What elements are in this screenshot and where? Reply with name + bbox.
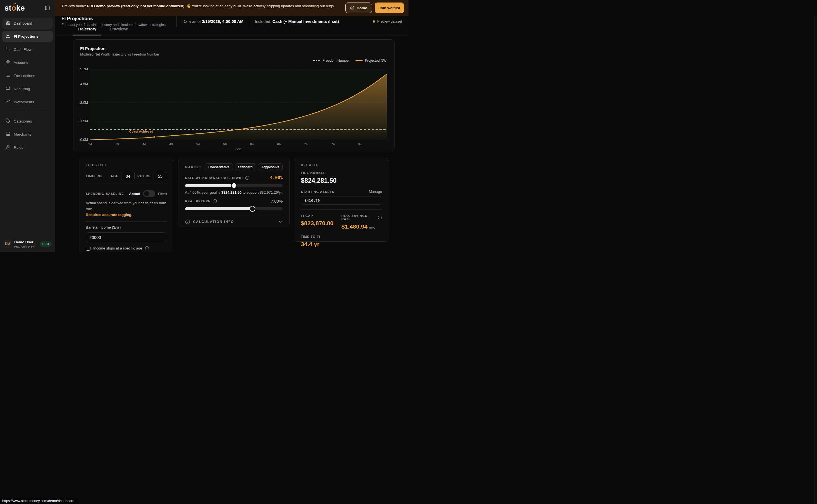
- sidebar-logo-row: stoke: [0, 0, 55, 15]
- banner-message: Preview mode: PRO demo preview (read-onl…: [62, 2, 341, 9]
- home-icon: [350, 5, 354, 10]
- svg-text:$0.0M: $0.0M: [80, 138, 88, 142]
- stoke-logo[interactable]: stoke: [4, 4, 25, 13]
- real-return-slider[interactable]: [185, 207, 283, 210]
- sidebar-item-rules[interactable]: Rules: [2, 142, 53, 153]
- chart-legend: Freedom Number Projected NW: [313, 59, 386, 63]
- toggle-option-fixed[interactable]: Fixed: [158, 192, 167, 196]
- swr-value: 4.00%: [270, 175, 282, 180]
- lifestyle-panel: LIFESTYLE TIMELINE AGE RETIRE SPENDING B…: [79, 158, 174, 252]
- fi-gap-label: FI GAP: [301, 214, 341, 217]
- freedom-number-legend-icon: [313, 60, 320, 61]
- sidebar-item-recurring[interactable]: Recurring: [2, 83, 53, 94]
- sidebar-item-dashboard[interactable]: Dashboard: [2, 18, 53, 29]
- results-panel: RESULTS FIRE NUMBER $824,281.50 STARTING…: [294, 158, 389, 242]
- retire-label: RETIRE: [137, 174, 151, 178]
- header-divider: [249, 16, 249, 27]
- svg-text:$5.7M: $5.7M: [80, 67, 88, 71]
- barista-income-label: Barista Income ($/yr): [86, 225, 167, 229]
- included-datasets: Included: Cash (+ Manual Investments if …: [255, 19, 339, 24]
- preset-conservative-button[interactable]: Conservative: [205, 163, 232, 171]
- sidebar-item-label: Recurring: [14, 87, 30, 91]
- sidebar-item-fi-projections[interactable]: FI Projections: [2, 31, 53, 42]
- calculation-info-toggle[interactable]: CALCULATION INFO: [185, 219, 283, 224]
- sidebar-item-cash-flow[interactable]: Cash Flow: [2, 44, 53, 55]
- spending-baseline-toggle[interactable]: [143, 190, 155, 197]
- tagging-link[interactable]: Requires accurate tagging.: [86, 213, 132, 217]
- spend-note: Actual spend is derived from your cash-b…: [86, 200, 167, 218]
- sidebar-item-label: Merchants: [14, 132, 31, 136]
- sidebar-item-label: Investments: [14, 100, 34, 104]
- toggle-option-actual[interactable]: Actual: [129, 192, 140, 196]
- sidebar-item-label: FI Projections: [14, 34, 39, 39]
- sidebar-collapse-button[interactable]: [44, 5, 51, 12]
- panel-left-icon: [45, 5, 50, 11]
- real-return-slider-knob[interactable]: [249, 206, 255, 212]
- spending-baseline-label: SPENDING BASELINE: [86, 192, 124, 195]
- fi-projection-chart[interactable]: $0.0M$1.5M$3.0M$4.5M$5.7M343944495459646…: [80, 66, 388, 150]
- user-subtitle: read-only previ: [14, 245, 37, 248]
- barista-income-input[interactable]: [86, 232, 167, 242]
- lifestyle-heading: LIFESTYLE: [86, 163, 167, 167]
- svg-text:74: 74: [304, 143, 308, 146]
- retire-input[interactable]: [154, 171, 167, 181]
- home-button[interactable]: Home: [345, 3, 372, 13]
- sidebar-user[interactable]: DM Demo User read-only previ PRO: [0, 237, 55, 252]
- bank-icon: [6, 60, 10, 65]
- svg-text:34: 34: [88, 143, 92, 146]
- logo-text-pre: st: [4, 4, 11, 12]
- calculation-info-label: CALCULATION INFO: [193, 220, 234, 224]
- list-icon: [6, 73, 10, 78]
- wave-emoji: 👋: [186, 4, 191, 8]
- results-heading: RESULTS: [301, 163, 382, 167]
- tab-drawdown[interactable]: Drawdown: [105, 27, 133, 35]
- header-divider: [176, 16, 177, 27]
- dashboard-icon: [6, 20, 10, 26]
- sidebar-item-label: Rules: [14, 145, 23, 150]
- sidebar-item-accounts[interactable]: Accounts: [2, 57, 53, 68]
- income-stops-checkbox[interactable]: [86, 246, 90, 251]
- sidebar-item-transactions[interactable]: Transactions: [2, 70, 53, 81]
- info-icon[interactable]: [378, 215, 382, 220]
- chevron-down-icon: [278, 220, 282, 224]
- real-return-value: 7.00%: [271, 199, 283, 203]
- fi-gap-value: $823,870.80: [301, 220, 341, 227]
- swr-slider[interactable]: [185, 184, 283, 187]
- info-icon[interactable]: [213, 199, 217, 203]
- page-title: FI Projections: [61, 16, 171, 21]
- sidebar: stoke Dashboard FI Projections Cash Flow…: [0, 0, 55, 252]
- starting-assets-input[interactable]: [301, 196, 382, 205]
- preview-banner: Preview mode: PRO demo preview (read-onl…: [55, 0, 408, 16]
- info-icon[interactable]: [245, 176, 249, 180]
- logo-text-post: ke: [16, 4, 25, 12]
- sidebar-item-label: Cash Flow: [14, 47, 32, 52]
- manage-link[interactable]: Manage: [369, 189, 382, 194]
- settings-panels: LIFESTYLE TIMELINE AGE RETIRE SPENDING B…: [79, 158, 389, 252]
- preset-standard-button[interactable]: Standard: [235, 163, 256, 171]
- join-waitlist-button[interactable]: Join waitlist: [375, 3, 404, 13]
- wrench-icon: [6, 145, 10, 150]
- age-input[interactable]: [121, 171, 135, 181]
- real-return-label: REAL RETURN: [185, 200, 211, 203]
- store-icon: [6, 131, 10, 137]
- timeline-label: TIMELINE: [86, 174, 103, 178]
- swr-slider-knob[interactable]: [231, 183, 237, 189]
- market-panel: MARKET Conservative Standard Aggressive …: [178, 158, 290, 227]
- sidebar-item-merchants[interactable]: Merchants: [2, 129, 53, 140]
- page-header: FI Projections Forecast your financial t…: [55, 16, 408, 27]
- sidebar-item-categories[interactable]: Categories: [2, 116, 53, 127]
- arrows-left-right-icon: [6, 47, 10, 52]
- tab-trajectory[interactable]: Trajectory: [73, 27, 101, 35]
- projected-nw-legend-icon: [355, 60, 363, 61]
- svg-text:64: 64: [250, 143, 254, 146]
- fire-number-value: $824,281.50: [301, 177, 382, 184]
- status-dot-icon: [373, 20, 375, 23]
- sidebar-item-investments[interactable]: Investments: [2, 96, 53, 107]
- info-icon[interactable]: [145, 246, 149, 250]
- svg-text:$3.0M: $3.0M: [80, 101, 88, 105]
- preset-aggressive-button[interactable]: Aggressive: [258, 163, 283, 171]
- content-area: FI Projection Modeled Net Worth Trajecto…: [55, 35, 408, 252]
- repeat-icon: [6, 86, 10, 92]
- info-icon: [185, 219, 190, 224]
- swr-note: At 4.00%, your goal is $824,281.50 to su…: [185, 190, 283, 195]
